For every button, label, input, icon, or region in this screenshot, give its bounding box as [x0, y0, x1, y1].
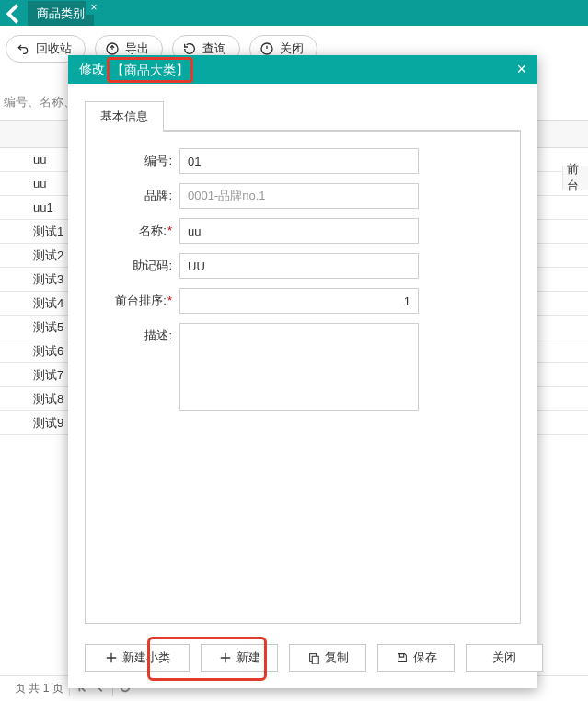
row-name-cell: uu1: [0, 201, 53, 214]
dialog-close-icon[interactable]: ×: [516, 60, 526, 79]
dialog-body: 基本信息 编号: 品牌: 名称:* 助记码: 前台排序:*: [68, 84, 537, 640]
code-field[interactable]: [179, 148, 419, 174]
label-mnemonic: 助记码:: [100, 253, 179, 274]
label-code: 编号:: [100, 148, 179, 169]
save-icon: [396, 651, 409, 664]
label-desc: 描述:: [100, 323, 179, 344]
dialog-footer: 新建小类 新建 复制 保存 关闭: [68, 640, 537, 688]
new-button[interactable]: 新建: [201, 644, 278, 672]
power-icon: [259, 41, 274, 56]
row-name-cell: 测试9: [0, 415, 63, 431]
desc-field[interactable]: [179, 323, 419, 411]
mnemonic-field[interactable]: [179, 253, 419, 279]
label-front-sort: 前台排序:*: [100, 288, 179, 309]
front-sort-field[interactable]: [179, 288, 419, 314]
tab-close-icon[interactable]: ×: [86, 0, 101, 15]
brand-field[interactable]: [179, 183, 419, 209]
tab-product-category[interactable]: 商品类别 ×: [28, 1, 94, 26]
dialog-title-highlight: 【商品大类】: [107, 57, 193, 83]
tab-label: 商品类别: [37, 6, 85, 22]
row-name-cell: 测试2: [0, 247, 63, 264]
row-name-cell: 测试7: [0, 367, 63, 384]
grid-header-front-sort: 前台: [562, 166, 588, 190]
undo-icon: [16, 41, 30, 56]
dialog-title-prefix: 修改: [79, 62, 105, 78]
search-placeholder-fragment: 编号、名称、助: [0, 94, 68, 110]
name-field[interactable]: [179, 218, 419, 244]
refresh-icon: [182, 41, 197, 56]
form-panel: 编号: 品牌: 名称:* 助记码: 前台排序:* 描述:: [85, 131, 521, 624]
pager-text: 页 共 1 页: [15, 681, 63, 696]
copy-icon: [307, 651, 320, 664]
row-name-cell: uu: [0, 177, 46, 190]
export-icon: [105, 41, 120, 56]
row-name-cell: 测试6: [0, 343, 63, 360]
new-subcategory-button[interactable]: 新建小类: [85, 644, 190, 672]
row-name-cell: 测试1: [0, 224, 63, 240]
row-name-cell: uu: [0, 153, 46, 167]
recycle-bin-label: 回收站: [36, 40, 72, 57]
row-name-cell: 测试3: [0, 271, 63, 288]
edit-category-dialog: 修改 【商品大类】 × 基本信息 编号: 品牌: 名称:*: [68, 55, 537, 688]
plus-icon: [105, 651, 118, 664]
copy-button[interactable]: 复制: [289, 644, 366, 672]
tabstrip-scroll-left[interactable]: [0, 1, 28, 26]
dialog-close-button[interactable]: 关闭: [466, 644, 543, 672]
row-name-cell: 测试5: [0, 319, 63, 336]
row-name-cell: 测试4: [0, 295, 63, 312]
plus-icon: [219, 651, 232, 664]
tab-basic-info[interactable]: 基本信息: [85, 101, 164, 132]
row-name-cell: 测试8: [0, 391, 63, 408]
app-tabstrip: 商品类别 ×: [0, 0, 588, 26]
dialog-header: 修改 【商品大类】 ×: [68, 55, 537, 84]
label-brand: 品牌:: [100, 183, 179, 204]
label-name: 名称:*: [100, 218, 179, 239]
save-button[interactable]: 保存: [377, 644, 455, 672]
